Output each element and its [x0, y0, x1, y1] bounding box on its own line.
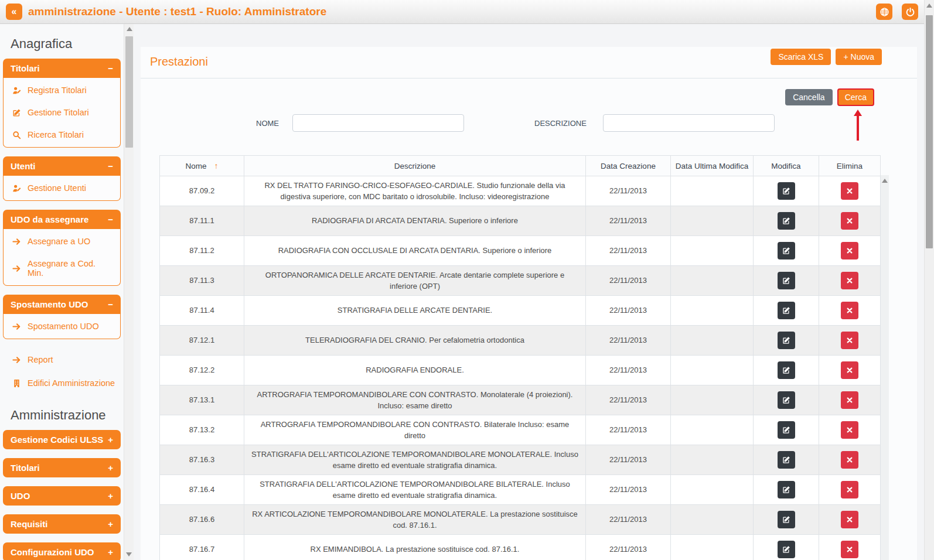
edit-row-button[interactable]	[778, 481, 795, 498]
expand-icon[interactable]: +	[108, 435, 113, 445]
panel-header-titolari[interactable]: Titolari−	[3, 59, 121, 78]
cell-elimina	[819, 206, 881, 236]
x-icon	[845, 545, 854, 554]
panel-header-udo-da-assegnare[interactable]: UDO da assegnare−	[3, 210, 121, 229]
x-icon	[845, 395, 854, 405]
panel-header-spostamento-udo[interactable]: Spostamento UDO−	[3, 295, 121, 314]
panel-header-configurazioni-udo[interactable]: Configurazioni UDO+	[3, 542, 121, 560]
sidebar-scrollbar[interactable]	[124, 23, 134, 560]
column-header-data-creazione[interactable]: Data Creazione	[586, 156, 671, 176]
delete-row-button[interactable]	[841, 242, 858, 259]
filter-group-descrizione: DESCRIZIONE	[534, 114, 775, 132]
sidebar-item-assegnare-a-uo[interactable]: Assegnare a UO	[4, 230, 120, 252]
delete-row-button[interactable]	[841, 481, 858, 498]
column-header-data-ultima-modifica[interactable]: Data Ultima Modifica	[671, 156, 754, 176]
page-title: Prestazioni	[150, 55, 208, 69]
delete-row-button[interactable]	[841, 511, 858, 528]
panel-title: Gestione Codici ULSS	[11, 435, 103, 445]
panel-header-gestione-codici-ulss[interactable]: Gestione Codici ULSS+	[3, 430, 121, 449]
pencil-square-icon	[782, 545, 791, 554]
delete-row-button[interactable]	[841, 272, 858, 289]
scroll-down-icon[interactable]	[126, 552, 132, 556]
collapse-icon[interactable]: −	[108, 63, 113, 73]
edit-row-button[interactable]	[778, 391, 795, 409]
delete-row-button[interactable]	[841, 451, 858, 469]
window-scrollbar[interactable]	[924, 0, 934, 560]
expand-icon[interactable]: +	[108, 519, 113, 529]
panel-header-requisiti[interactable]: Requisiti+	[3, 514, 121, 534]
column-label: Modifica	[771, 162, 800, 170]
sidebar-item-registra-titolari[interactable]: Registra Titolari	[4, 79, 120, 101]
table-row: 87.13.2ARTROGRAFIA TEMPOROMANDIBOLARE CO…	[160, 415, 881, 445]
sidebar-item-assegnare-a-cod-min[interactable]: Assegnare a Cod. Min.	[4, 252, 120, 284]
edit-row-button[interactable]	[778, 272, 795, 289]
cerca-button[interactable]: Cerca	[837, 88, 874, 106]
scarica-xls-button[interactable]: Scarica XLS	[771, 49, 831, 65]
pencil-square-icon	[782, 306, 791, 315]
table-row: 87.12.1TELERADIOGRAFIA DEL CRANIO. Per c…	[160, 326, 881, 356]
edit-row-button[interactable]	[778, 332, 795, 349]
globe-icon[interactable]	[876, 4, 892, 20]
column-header-nome[interactable]: Nome↑	[160, 156, 244, 176]
nuova-button[interactable]: + Nuova	[836, 49, 882, 65]
delete-row-button[interactable]	[841, 541, 858, 558]
column-header-elimina[interactable]: Elimina	[819, 156, 881, 176]
edit-row-button[interactable]	[778, 361, 795, 379]
table-row: 87.16.6RX ARTICOLAZIONE TEMPOROMANDIBOLA…	[160, 505, 881, 535]
sidebar-item-edifici-amministrazione[interactable]: Edifici Amministrazione	[0, 371, 124, 395]
sidebar-collapse-button[interactable]: «	[6, 4, 22, 20]
sidebar-item-gestione-titolari[interactable]: Gestione Titolari	[4, 101, 120, 124]
panel-header-utenti[interactable]: Utenti−	[3, 156, 121, 176]
cancella-button[interactable]: Cancella	[785, 89, 832, 105]
table-scrollbar[interactable]	[881, 175, 889, 560]
edit-row-button[interactable]	[778, 541, 795, 558]
expand-icon[interactable]: +	[108, 463, 113, 473]
nome-input[interactable]	[292, 114, 464, 132]
delete-row-button[interactable]	[841, 332, 858, 349]
scroll-up-icon[interactable]	[127, 27, 132, 31]
expand-icon[interactable]: +	[108, 547, 113, 557]
delete-row-button[interactable]	[841, 421, 858, 439]
edit-row-button[interactable]	[778, 302, 795, 319]
cell-nome: 87.16.4	[160, 475, 244, 505]
edit-row-button[interactable]	[778, 451, 795, 469]
edit-row-button[interactable]	[778, 182, 795, 200]
sidebar-item-report[interactable]: Report	[0, 348, 124, 371]
delete-row-button[interactable]	[841, 361, 858, 379]
cell-descrizione: RADIOGRAFIA ENDORALE.	[244, 356, 586, 385]
delete-row-button[interactable]	[841, 182, 858, 200]
delete-row-button[interactable]	[841, 212, 858, 230]
sidebar-item-label: Edifici Amministrazione	[28, 378, 115, 388]
column-header-descrizione[interactable]: Descrizione	[244, 156, 586, 176]
panel-header-udo[interactable]: UDO+	[3, 486, 121, 506]
sidebar-item-gestione-utenti[interactable]: Gestione Utenti	[4, 177, 120, 199]
scroll-up-icon[interactable]	[882, 179, 888, 183]
window-scrollbar-thumb[interactable]	[926, 15, 933, 248]
sidebar-heading-anagrafica: Anagrafica	[11, 36, 124, 52]
cell-data-ultima-modifica	[671, 176, 754, 206]
edit-row-button[interactable]	[778, 212, 795, 230]
cell-data-ultima-modifica	[671, 356, 754, 385]
sidebar-panel-titolari: Titolari+	[3, 458, 121, 477]
collapse-icon[interactable]: −	[108, 161, 113, 171]
collapse-icon[interactable]: −	[108, 299, 113, 309]
expand-icon[interactable]: +	[108, 491, 113, 501]
edit-row-button[interactable]	[778, 421, 795, 439]
power-icon[interactable]	[902, 4, 918, 20]
panel-header-titolari[interactable]: Titolari+	[3, 458, 121, 477]
sidebar-scrollbar-thumb[interactable]	[125, 36, 133, 148]
delete-row-button[interactable]	[841, 391, 858, 409]
edit-row-button[interactable]	[778, 242, 795, 259]
sidebar-item-ricerca-titolari[interactable]: Ricerca Titolari	[4, 124, 120, 146]
cell-elimina	[819, 385, 881, 415]
scroll-up-icon[interactable]	[926, 4, 932, 8]
edit-row-button[interactable]	[778, 511, 795, 528]
cell-descrizione: RX DEL TRATTO FARINGO-CRICO-ESOFAGEO-CAR…	[244, 176, 586, 206]
column-header-modifica[interactable]: Modifica	[754, 156, 819, 176]
delete-row-button[interactable]	[841, 302, 858, 319]
sidebar-item-spostamento-udo[interactable]: Spostamento UDO	[4, 315, 120, 337]
descrizione-input[interactable]	[603, 114, 775, 132]
cell-elimina	[819, 475, 881, 505]
collapse-icon[interactable]: −	[108, 214, 113, 224]
cell-nome: 87.09.2	[160, 176, 244, 206]
